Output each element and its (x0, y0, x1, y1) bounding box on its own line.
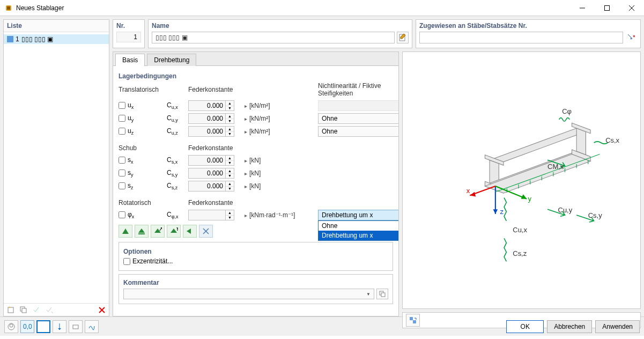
assigned-label: Zugewiesen an Stäbe/Stabsätze Nr. (419, 22, 637, 30)
new-item-button[interactable] (5, 305, 17, 315)
arrow-icon[interactable]: ▸ (242, 103, 249, 109)
spinner-cux[interactable]: ▲▼ (188, 100, 242, 111)
check-uz[interactable] (119, 128, 125, 135)
svg-marker-41 (470, 192, 476, 197)
svg-text:0,00: 0,00 (23, 323, 32, 330)
edit-name-button[interactable] (397, 32, 409, 43)
col-translatorisch: Translatorisch (119, 86, 167, 93)
svg-text:Cu,y: Cu,y (558, 206, 573, 214)
spinner-cphix[interactable]: ▲▼ (188, 210, 242, 220)
check-sx[interactable] (119, 157, 125, 164)
svg-text:Cs,z: Cs,z (513, 249, 527, 257)
support-type-2-button[interactable] (135, 225, 149, 238)
name-input[interactable] (152, 32, 395, 43)
svg-rect-3 (605, 5, 610, 10)
support-type-1-button[interactable] (119, 225, 132, 238)
nl-ux-blank (318, 100, 398, 111)
copy-item-button[interactable] (18, 305, 29, 315)
col-rotatorisch: Rotatorisch (119, 199, 167, 207)
assigned-input[interactable] (419, 32, 623, 43)
svg-marker-37 (493, 209, 498, 214)
svg-text:Y: Y (175, 227, 178, 232)
col-nichtlinear: Nichtlinearität / Fiktive Steifigkeiten (318, 82, 398, 97)
arrow-icon[interactable]: ▸ (242, 158, 249, 164)
svg-rect-68 (73, 325, 78, 329)
svg-marker-29 (576, 128, 586, 155)
spinner-cuz[interactable]: ▲▼ (188, 126, 242, 137)
dropdown-option-ohne[interactable]: Ohne (319, 221, 398, 231)
check-sy[interactable] (119, 170, 125, 176)
svg-rect-6 (8, 307, 13, 313)
help-button[interactable] (4, 320, 18, 333)
section-kommentar: Kommentar (123, 279, 388, 286)
minimize-button[interactable] (570, 0, 595, 16)
list-item[interactable]: 1 ▯▯▯ ▯▯▯ ▣ (4, 34, 109, 44)
nl-phix-select[interactable]: Drehbettung um x▼ (318, 210, 398, 220)
nl-uz-select[interactable]: Ohne▼ (318, 126, 398, 137)
list-item-icon (7, 36, 13, 42)
spinner-cuy[interactable]: ▲▼ (188, 113, 242, 124)
svg-text:z: z (500, 208, 504, 216)
comment-select[interactable]: ▼ (123, 289, 374, 299)
pick-members-button[interactable] (625, 32, 637, 43)
svg-marker-15 (122, 229, 129, 234)
preview-settings-button[interactable] (406, 314, 420, 327)
tab-drehbettung[interactable]: Drehbettung (147, 54, 196, 66)
arrow-icon[interactable]: ▸ (242, 212, 249, 218)
comment-library-button[interactable] (376, 289, 388, 299)
svg-text:X: X (159, 227, 162, 232)
svg-marker-16 (138, 229, 145, 233)
ok-button[interactable]: OK (506, 320, 544, 333)
apply-button[interactable]: Anwenden (595, 320, 640, 333)
svg-text:Cφ: Cφ (562, 107, 572, 115)
tab-basis[interactable]: Basis (115, 54, 145, 66)
svg-text:Cs,y: Cs,y (588, 211, 602, 219)
support-free-button[interactable] (199, 225, 213, 238)
maximize-button[interactable] (595, 0, 619, 16)
section-optionen: Optionen (123, 248, 388, 255)
app-icon (4, 4, 13, 12)
support-type-y-button[interactable]: Y (167, 225, 181, 238)
check-sz[interactable] (119, 182, 125, 189)
check-phix[interactable] (119, 211, 125, 218)
svg-rect-61 (410, 317, 413, 320)
arrow-icon[interactable]: ▸ (242, 183, 249, 189)
spinner-csy[interactable]: ▲▼ (188, 168, 242, 179)
svg-point-63 (8, 323, 14, 330)
arrow-icon[interactable]: ▸ (242, 116, 249, 122)
support-type-5-button[interactable] (183, 225, 197, 238)
svg-text:Cu,x: Cu,x (513, 226, 527, 234)
list-item-num: 1 (16, 35, 19, 43)
spinner-csz[interactable]: ▲▼ (188, 181, 242, 191)
arrow-icon[interactable]: ▸ (242, 129, 249, 135)
nr-label: Nr. (116, 22, 141, 30)
spinner-csx[interactable]: ▲▼ (188, 155, 242, 166)
name-label: Name (152, 22, 409, 30)
dropdown-option-drehbettung[interactable]: Drehbettung um x (319, 231, 398, 240)
delete-item-button[interactable] (96, 305, 108, 315)
svg-marker-22 (187, 229, 191, 234)
units-button[interactable]: 0,00 (20, 320, 34, 333)
check-all-button[interactable] (31, 305, 42, 315)
svg-rect-1 (7, 6, 10, 10)
check-exzentrizitaet[interactable] (123, 258, 130, 265)
uncheck-all-button[interactable] (43, 305, 55, 315)
svg-text:Cs,x: Cs,x (605, 136, 619, 144)
mode-1-button[interactable] (36, 320, 50, 333)
svg-text:CM,x: CM,x (547, 163, 564, 171)
nl-uy-select[interactable]: Ohne▼ (318, 113, 398, 124)
mode-3-button[interactable] (69, 320, 83, 333)
svg-rect-62 (413, 320, 416, 323)
support-type-x-button[interactable]: X (151, 225, 165, 238)
check-uy[interactable] (119, 115, 125, 122)
arrow-icon[interactable]: ▸ (242, 171, 249, 176)
check-ux[interactable] (119, 102, 125, 109)
close-button[interactable] (619, 0, 644, 16)
col-federkonstante: Federkonstante (188, 86, 308, 93)
mode-4-button[interactable] (85, 320, 99, 333)
cancel-button[interactable]: Abbrechen (547, 320, 592, 333)
mode-2-button[interactable] (53, 320, 66, 333)
svg-line-9 (51, 312, 53, 313)
svg-text:y: y (528, 195, 531, 203)
dropdown-list: Ohne Drehbettung um x (318, 220, 398, 241)
